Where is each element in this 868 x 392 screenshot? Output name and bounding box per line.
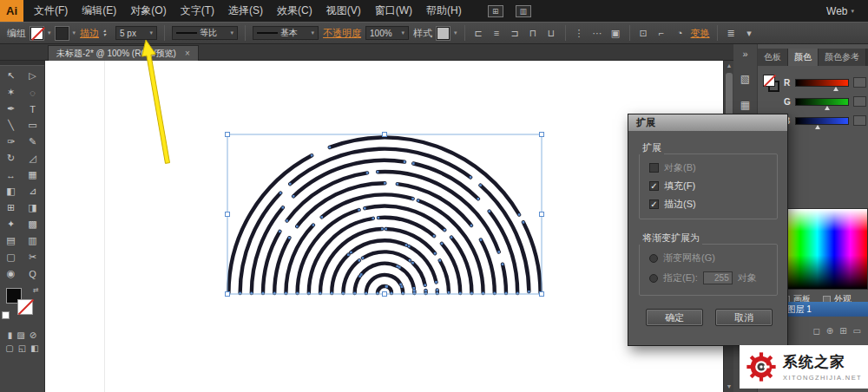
align-right-icon[interactable]: ⊐ (509, 28, 522, 39)
zoom-tool[interactable]: Q (22, 265, 43, 282)
slider-marker-icon[interactable] (833, 87, 838, 91)
color-panel-icon[interactable]: ▧ (740, 73, 750, 85)
type-tool[interactable]: T (22, 101, 43, 117)
menu-item-edit[interactable]: 编辑(E) (75, 0, 123, 22)
slider-g[interactable]: G (784, 92, 866, 111)
panel-tab-color[interactable]: 颜色 (788, 49, 819, 66)
menu-item-select[interactable]: 选择(S) (221, 0, 270, 22)
lasso-tool[interactable]: ◌ (22, 84, 43, 101)
app-logo[interactable]: Ai (0, 0, 23, 22)
stroke-weight-stepper[interactable]: ▴▾ (103, 29, 111, 37)
direct-selection-tool[interactable]: ▷ (22, 68, 43, 84)
line-segment-tool[interactable]: ╲ (0, 117, 22, 134)
pencil-tool[interactable]: ✎ (22, 134, 43, 150)
checkbox-icon[interactable]: ✓ (649, 181, 659, 191)
menu-item-object[interactable]: 对象(O) (123, 0, 173, 22)
transform-panel-link[interactable]: 变换 (691, 27, 710, 40)
gradient-tool[interactable]: ◨ (22, 199, 43, 216)
stroke-swatch-large[interactable] (17, 299, 33, 315)
expand-option-2[interactable]: ✓描边(S) (649, 195, 696, 213)
magic-wand-tool[interactable]: ✶ (0, 84, 22, 101)
panel-fill-swatch[interactable] (763, 75, 775, 87)
screen-mode-icon[interactable]: ◧ (30, 343, 38, 353)
free-transform-tool[interactable]: ▦ (22, 167, 43, 183)
stroke-color-swatch[interactable] (56, 27, 69, 40)
shape-builder-tool[interactable]: ◧ (0, 183, 22, 199)
color-button[interactable]: ▮ (8, 330, 13, 340)
cancel-button[interactable]: 取消 (715, 309, 773, 326)
edit-contents-icon[interactable]: ⌐ (655, 28, 668, 38)
panel-menu-icon[interactable]: ▾ (743, 28, 756, 39)
align-bottom-icon[interactable]: ⊔ (545, 28, 558, 39)
align-left-icon[interactable]: ⊏ (472, 28, 485, 39)
panel-tab-color-guide[interactable]: 颜色参考 (819, 49, 866, 66)
stroke-dropdown-icon[interactable]: ▾ (73, 29, 76, 36)
width-tool[interactable]: ↔ (0, 167, 22, 183)
slice-tool[interactable]: ✂ (22, 249, 43, 265)
slider-b[interactable]: B (784, 111, 866, 130)
menu-item-help[interactable]: 帮助(H) (419, 0, 469, 22)
stepper-down-icon[interactable]: ▾ (103, 33, 111, 37)
tab-close-icon[interactable]: × (185, 49, 190, 58)
delete-layer-icon[interactable]: ▭ (853, 326, 861, 336)
document-tab[interactable]: 未标题-2* @ 100% (RGB/预览) × (48, 45, 199, 61)
preferences-icon[interactable]: ≣ (725, 28, 738, 39)
radio-icon[interactable] (649, 254, 658, 263)
slider-gradient-bar[interactable] (795, 117, 849, 125)
slider-marker-icon[interactable] (815, 125, 820, 129)
selection-tool[interactable]: ↖ (0, 68, 22, 84)
graph-tool[interactable]: ▥ (22, 232, 43, 249)
slider-gradient-bar[interactable] (795, 79, 849, 87)
slider-marker-icon[interactable] (825, 106, 830, 110)
isolate-group-icon[interactable]: ⊡ (637, 28, 650, 39)
ok-button[interactable]: 确定 (646, 309, 703, 326)
rotate-tool[interactable]: ↻ (0, 150, 22, 167)
style-dropdown-icon[interactable]: ▾ (454, 29, 457, 36)
checkbox-icon[interactable] (649, 163, 659, 173)
blend-tool[interactable]: ▩ (22, 216, 43, 232)
artboard-tool[interactable]: ▢ (0, 249, 22, 265)
swap-fill-stroke-icon[interactable]: ⇄ (33, 286, 39, 294)
slider-value-box[interactable] (853, 96, 866, 107)
specify-input[interactable]: 255 (703, 271, 733, 284)
stroke-weight-select[interactable]: 5 px▾ (115, 26, 157, 40)
panel-tab-swatches[interactable]: 色板 (758, 49, 788, 66)
rectangle-tool[interactable]: ▭ (22, 117, 43, 134)
default-fill-stroke-icon[interactable] (2, 311, 10, 319)
expand-panels-icon[interactable]: » (733, 43, 757, 59)
draw-normal-icon[interactable]: ▢ (5, 343, 13, 353)
draw-behind-icon[interactable]: ◱ (18, 343, 26, 353)
swatches-panel-icon[interactable]: ▦ (740, 99, 750, 111)
fill-dropdown-icon[interactable]: ▾ (48, 29, 51, 36)
distribute-horizontal-icon[interactable]: ⋯ (591, 28, 604, 39)
menu-item-effect[interactable]: 效果(C) (270, 0, 319, 22)
slider-r[interactable]: R (784, 73, 866, 92)
scale-tool[interactable]: ◿ (22, 150, 43, 167)
mesh-tool[interactable]: ⊞ (0, 199, 22, 216)
pen-tool[interactable]: ✒ (0, 101, 22, 117)
slider-value-box[interactable] (853, 115, 867, 126)
menu-item-window[interactable]: 窗口(W) (368, 0, 419, 22)
artwork-svg[interactable] (45, 61, 723, 392)
brush-definition-select[interactable]: 基本▾ (253, 26, 319, 40)
align-to-selection-icon[interactable]: ▣ (609, 28, 622, 39)
menu-item-file[interactable]: 文件(F) (27, 0, 75, 22)
none-button[interactable]: ⊘ (30, 330, 36, 340)
checkbox-icon[interactable]: ✓ (649, 199, 659, 209)
radio-icon[interactable] (649, 274, 658, 283)
recolor-artwork-icon[interactable]: ◔ (674, 28, 687, 38)
gradient-button[interactable]: ▨ (16, 330, 24, 340)
specify-option[interactable]: 指定(E): 255 对象 (649, 269, 757, 287)
hand-tool[interactable]: ◉ (0, 265, 22, 282)
opacity-panel-link[interactable]: 不透明度 (323, 27, 361, 40)
make-clipping-mask-icon[interactable]: ◻ (812, 326, 819, 336)
expand-option-0[interactable]: 对象(B) (649, 159, 696, 177)
slider-gradient-bar[interactable] (795, 98, 849, 106)
align-top-icon[interactable]: ⊓ (527, 28, 540, 39)
slider-value-box[interactable] (853, 77, 867, 88)
fill-color-swatch[interactable] (30, 27, 43, 40)
menu-item-type[interactable]: 文字(T) (174, 0, 221, 22)
paintbrush-tool[interactable]: ✑ (0, 134, 22, 150)
arrange-documents-icon[interactable]: ▥ (516, 5, 531, 17)
new-layer-icon[interactable]: ⊞ (839, 326, 846, 336)
